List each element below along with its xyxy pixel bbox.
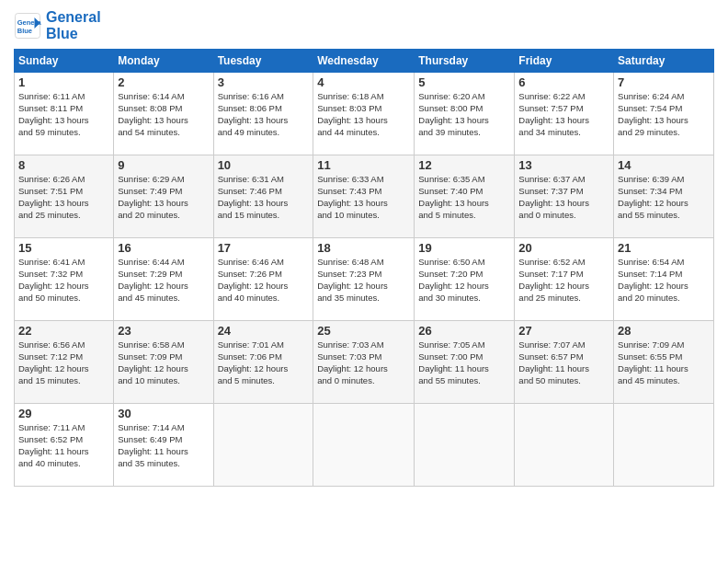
calendar-week-row: 8Sunrise: 6:26 AM Sunset: 7:51 PM Daylig… [15, 155, 714, 238]
weekday-header-row: SundayMondayTuesdayWednesdayThursdayFrid… [15, 50, 714, 73]
day-number: 25 [317, 324, 410, 338]
day-info: Sunrise: 6:18 AM Sunset: 8:03 PM Dayligh… [317, 91, 410, 138]
day-info: Sunrise: 6:37 AM Sunset: 7:37 PM Dayligh… [518, 174, 609, 221]
header: General Blue General Blue [14, 9, 714, 41]
day-number: 16 [118, 241, 209, 255]
day-info: Sunrise: 6:31 AM Sunset: 7:46 PM Dayligh… [218, 174, 310, 221]
calendar-day-cell: 13Sunrise: 6:37 AM Sunset: 7:37 PM Dayli… [515, 155, 614, 238]
day-info: Sunrise: 6:26 AM Sunset: 7:51 PM Dayligh… [18, 174, 109, 221]
day-number: 27 [518, 324, 609, 338]
day-number: 14 [618, 158, 710, 172]
calendar-day-cell: 10Sunrise: 6:31 AM Sunset: 7:46 PM Dayli… [213, 155, 313, 238]
calendar-day-cell: 7Sunrise: 6:24 AM Sunset: 7:54 PM Daylig… [614, 73, 714, 155]
day-number: 6 [518, 75, 609, 89]
calendar-day-cell: 11Sunrise: 6:33 AM Sunset: 7:43 PM Dayli… [313, 155, 415, 238]
day-number: 24 [218, 324, 310, 338]
calendar-week-row: 1Sunrise: 6:11 AM Sunset: 8:11 PM Daylig… [15, 73, 714, 155]
calendar-day-cell: 26Sunrise: 7:05 AM Sunset: 7:00 PM Dayli… [415, 321, 515, 404]
calendar-day-cell: 23Sunrise: 6:58 AM Sunset: 7:09 PM Dayli… [114, 321, 213, 404]
day-number: 23 [118, 324, 209, 338]
day-number: 11 [317, 158, 410, 172]
empty-day-cell [614, 404, 714, 487]
svg-text:Blue: Blue [17, 26, 32, 34]
calendar-day-cell: 15Sunrise: 6:41 AM Sunset: 7:32 PM Dayli… [15, 238, 114, 321]
day-info: Sunrise: 6:46 AM Sunset: 7:26 PM Dayligh… [218, 257, 310, 304]
day-number: 12 [418, 158, 510, 172]
day-info: Sunrise: 6:54 AM Sunset: 7:14 PM Dayligh… [618, 257, 710, 304]
day-number: 17 [218, 241, 310, 255]
day-number: 10 [218, 158, 310, 172]
day-info: Sunrise: 6:41 AM Sunset: 7:32 PM Dayligh… [18, 257, 109, 304]
calendar-day-cell: 16Sunrise: 6:44 AM Sunset: 7:29 PM Dayli… [114, 238, 213, 321]
calendar-day-cell: 19Sunrise: 6:50 AM Sunset: 7:20 PM Dayli… [415, 238, 515, 321]
weekday-header-saturday: Saturday [614, 50, 714, 73]
day-info: Sunrise: 6:44 AM Sunset: 7:29 PM Dayligh… [118, 257, 209, 304]
day-info: Sunrise: 6:14 AM Sunset: 8:08 PM Dayligh… [118, 91, 209, 138]
day-number: 21 [618, 241, 710, 255]
day-info: Sunrise: 6:58 AM Sunset: 7:09 PM Dayligh… [118, 339, 209, 386]
weekday-header-sunday: Sunday [15, 50, 114, 73]
day-info: Sunrise: 7:14 AM Sunset: 6:49 PM Dayligh… [118, 422, 209, 469]
calendar-week-row: 22Sunrise: 6:56 AM Sunset: 7:12 PM Dayli… [15, 321, 714, 404]
day-number: 3 [218, 75, 310, 89]
calendar-day-cell: 17Sunrise: 6:46 AM Sunset: 7:26 PM Dayli… [213, 238, 313, 321]
calendar-day-cell: 25Sunrise: 7:03 AM Sunset: 7:03 PM Dayli… [313, 321, 415, 404]
day-number: 13 [518, 158, 609, 172]
day-number: 4 [317, 75, 410, 89]
day-info: Sunrise: 7:03 AM Sunset: 7:03 PM Dayligh… [317, 339, 410, 386]
day-number: 29 [18, 407, 109, 420]
day-number: 8 [18, 158, 109, 172]
empty-day-cell [415, 404, 515, 487]
weekday-header-monday: Monday [114, 50, 213, 73]
day-info: Sunrise: 6:50 AM Sunset: 7:20 PM Dayligh… [418, 257, 510, 304]
day-number: 19 [418, 241, 510, 255]
calendar-day-cell: 29Sunrise: 7:11 AM Sunset: 6:52 PM Dayli… [15, 404, 114, 487]
calendar-day-cell: 9Sunrise: 6:29 AM Sunset: 7:49 PM Daylig… [114, 155, 213, 238]
day-info: Sunrise: 7:11 AM Sunset: 6:52 PM Dayligh… [18, 422, 109, 469]
weekday-header-friday: Friday [515, 50, 614, 73]
calendar-week-row: 15Sunrise: 6:41 AM Sunset: 7:32 PM Dayli… [15, 238, 714, 321]
day-number: 28 [618, 324, 710, 338]
day-number: 5 [418, 75, 510, 89]
calendar-day-cell: 22Sunrise: 6:56 AM Sunset: 7:12 PM Dayli… [15, 321, 114, 404]
calendar-day-cell: 3Sunrise: 6:16 AM Sunset: 8:06 PM Daylig… [213, 73, 313, 155]
day-number: 26 [418, 324, 510, 338]
calendar-day-cell: 28Sunrise: 7:09 AM Sunset: 6:55 PM Dayli… [614, 321, 714, 404]
day-info: Sunrise: 7:09 AM Sunset: 6:55 PM Dayligh… [618, 339, 710, 386]
weekday-header-tuesday: Tuesday [213, 50, 313, 73]
day-number: 1 [18, 75, 109, 89]
day-info: Sunrise: 6:29 AM Sunset: 7:49 PM Dayligh… [118, 174, 209, 221]
calendar-day-cell: 24Sunrise: 7:01 AM Sunset: 7:06 PM Dayli… [213, 321, 313, 404]
day-info: Sunrise: 7:05 AM Sunset: 7:00 PM Dayligh… [418, 339, 510, 386]
empty-day-cell [213, 404, 313, 487]
calendar-day-cell: 5Sunrise: 6:20 AM Sunset: 8:00 PM Daylig… [415, 73, 515, 155]
page: General Blue General Blue SundayMondayTu… [0, 0, 728, 563]
day-info: Sunrise: 6:39 AM Sunset: 7:34 PM Dayligh… [618, 174, 710, 221]
day-info: Sunrise: 6:24 AM Sunset: 7:54 PM Dayligh… [618, 91, 710, 138]
day-info: Sunrise: 6:52 AM Sunset: 7:17 PM Dayligh… [518, 257, 609, 304]
day-info: Sunrise: 6:33 AM Sunset: 7:43 PM Dayligh… [317, 174, 410, 221]
weekday-header-wednesday: Wednesday [313, 50, 415, 73]
day-number: 22 [18, 324, 109, 338]
calendar-week-row: 29Sunrise: 7:11 AM Sunset: 6:52 PM Dayli… [15, 404, 714, 487]
calendar-day-cell: 14Sunrise: 6:39 AM Sunset: 7:34 PM Dayli… [614, 155, 714, 238]
day-info: Sunrise: 7:01 AM Sunset: 7:06 PM Dayligh… [218, 339, 310, 386]
day-info: Sunrise: 6:20 AM Sunset: 8:00 PM Dayligh… [418, 91, 510, 138]
calendar-day-cell: 18Sunrise: 6:48 AM Sunset: 7:23 PM Dayli… [313, 238, 415, 321]
weekday-header-thursday: Thursday [415, 50, 515, 73]
calendar-day-cell: 6Sunrise: 6:22 AM Sunset: 7:57 PM Daylig… [515, 73, 614, 155]
day-number: 2 [118, 75, 209, 89]
calendar-day-cell: 20Sunrise: 6:52 AM Sunset: 7:17 PM Dayli… [515, 238, 614, 321]
calendar-day-cell: 1Sunrise: 6:11 AM Sunset: 8:11 PM Daylig… [15, 73, 114, 155]
empty-day-cell [515, 404, 614, 487]
day-info: Sunrise: 6:16 AM Sunset: 8:06 PM Dayligh… [218, 91, 310, 138]
empty-day-cell [313, 404, 415, 487]
day-info: Sunrise: 6:35 AM Sunset: 7:40 PM Dayligh… [418, 174, 510, 221]
calendar-day-cell: 21Sunrise: 6:54 AM Sunset: 7:14 PM Dayli… [614, 238, 714, 321]
day-info: Sunrise: 6:22 AM Sunset: 7:57 PM Dayligh… [518, 91, 609, 138]
calendar-day-cell: 2Sunrise: 6:14 AM Sunset: 8:08 PM Daylig… [114, 73, 213, 155]
day-info: Sunrise: 7:07 AM Sunset: 6:57 PM Dayligh… [518, 339, 609, 386]
calendar-day-cell: 8Sunrise: 6:26 AM Sunset: 7:51 PM Daylig… [15, 155, 114, 238]
calendar-day-cell: 4Sunrise: 6:18 AM Sunset: 8:03 PM Daylig… [313, 73, 415, 155]
day-number: 9 [118, 158, 209, 172]
